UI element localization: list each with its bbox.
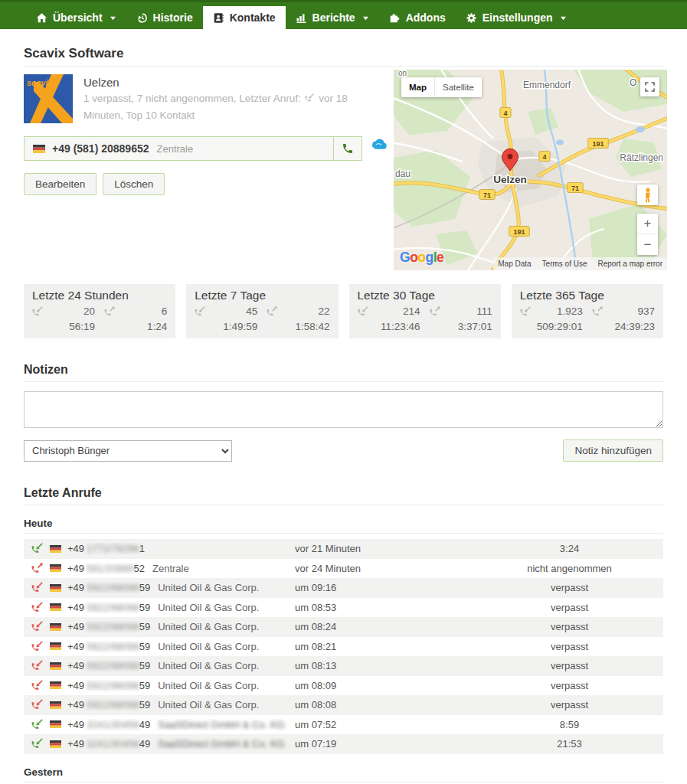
nav-item-uebersicht[interactable]: Übersicht <box>26 6 126 29</box>
map-label-emmendorf: Emmendorf <box>523 80 571 90</box>
map-type-satellite-button[interactable]: Satellite <box>434 77 482 97</box>
map-canvas: 441917171191 Emmendorf Rätzlingen dau on… <box>394 70 667 270</box>
incoming-call-icon <box>24 738 50 750</box>
stat-box-3: Letzte 365 Tage1.923937509:29:0124:39:23 <box>512 284 663 338</box>
call-row: +495922/9809859United Oil & Gas Corp.um … <box>24 598 663 618</box>
svg-text:scavix®: scavix® <box>27 78 60 87</box>
call-time: um 08:53 <box>295 602 476 613</box>
contact-details: scavix® Uelzen 1 verpasst, 7 nicht angen… <box>24 68 394 270</box>
call-row: +495922/9809859United Oil & Gas Corp.um … <box>24 578 663 598</box>
masked-digits: 5922/98098 <box>87 602 139 613</box>
notes-title: Notizen <box>24 363 663 382</box>
incoming-call-icon <box>24 543 50 554</box>
outgoing-duration: 1:24 <box>118 321 167 332</box>
german-flag-icon <box>50 642 61 650</box>
edit-button[interactable]: Bearbeiten <box>24 173 97 195</box>
salesforce-icon[interactable] <box>368 136 389 151</box>
masked-digits: 5922/98098 <box>87 699 139 710</box>
call-row: +495922/9809859United Oil & Gas Corp.um … <box>24 656 663 676</box>
chart-icon <box>296 12 307 24</box>
outgoing-duration: 3:37:01 <box>443 321 492 332</box>
missed-call-icon <box>24 641 50 652</box>
yesterday-heading: Gestern <box>24 766 663 782</box>
incoming-count: 20 <box>46 305 95 317</box>
map-zoom-control: + − <box>637 214 658 255</box>
zoom-out-button[interactable]: − <box>637 234 658 255</box>
incoming-call-icon <box>520 306 534 317</box>
call-result: verpasst <box>476 660 663 671</box>
german-flag-icon <box>50 584 61 592</box>
incoming-call-icon <box>305 92 314 108</box>
call-time: um 07:19 <box>295 738 476 750</box>
svg-text:4: 4 <box>503 109 507 117</box>
map-label-uelzen: Uelzen <box>493 174 527 185</box>
zoom-in-button[interactable]: + <box>637 214 658 234</box>
incoming-call-icon <box>195 306 208 317</box>
nav-item-kontakte[interactable]: Kontakte <box>203 6 286 29</box>
call-contact-name: United Oil & Gas Corp. <box>158 621 259 632</box>
delete-button[interactable]: Löschen <box>103 173 165 195</box>
phone-number-label: Zentrale <box>157 143 194 155</box>
call-row: +493241/3045649SaaSDirect GmbH & Co. KGu… <box>24 734 663 754</box>
call-contact-name: United Oil & Gas Corp. <box>158 680 259 691</box>
german-flag-icon <box>50 662 61 670</box>
call-number: +493241/3045649SaaSDirect GmbH & Co. KG <box>50 719 295 730</box>
caret-down-icon <box>560 15 567 21</box>
note-textarea[interactable] <box>24 391 663 428</box>
incoming-duration: 1:49:59 <box>208 321 257 332</box>
masked-digits: 1772/78296 <box>87 543 139 554</box>
call-number: +495922/9809859United Oil & Gas Corp. <box>50 582 295 593</box>
call-button[interactable] <box>333 137 361 160</box>
map-label-partial-topleft: on <box>398 70 407 77</box>
call-result: 21:53 <box>476 738 663 750</box>
stat-title: Letzte 24 Stunden <box>32 289 167 302</box>
map-type-map-button[interactable]: Map <box>401 77 434 97</box>
fullscreen-button[interactable] <box>640 77 659 96</box>
call-time: um 09:16 <box>295 582 476 593</box>
call-number: +495922/9809859United Oil & Gas Corp. <box>50 641 295 652</box>
page-title: Scavix Software <box>24 46 663 67</box>
report-error-link[interactable]: Report a map error <box>598 260 662 268</box>
call-row: +49591/2088952Zentralevor 24 Minutennich… <box>24 559 663 579</box>
map-label-partial-west: dau <box>395 168 411 179</box>
incoming-call-icon <box>358 306 371 317</box>
outgoing-call-icon <box>420 306 443 317</box>
google-logo[interactable]: Google <box>400 250 443 266</box>
german-flag-icon <box>50 545 61 553</box>
incoming-duration: 11:23:46 <box>371 321 420 332</box>
call-time: um 08:13 <box>295 660 476 671</box>
missed-call-icon <box>24 602 50 613</box>
contacts-icon <box>213 12 224 24</box>
outgoing-count: 6 <box>118 305 167 317</box>
recent-calls-title: Letzte Anrufe <box>24 486 663 505</box>
caret-down-icon <box>110 15 116 21</box>
call-contact-name: United Oil & Gas Corp. <box>158 660 259 671</box>
incoming-call-icon <box>24 719 50 730</box>
outgoing-call-icon <box>583 306 606 317</box>
masked-digits: 5922/98098 <box>87 621 139 632</box>
nav-item-berichte[interactable]: Berichte <box>286 6 379 29</box>
terms-link[interactable]: Terms of Use <box>542 260 587 268</box>
call-contact-name: Zentrale <box>152 563 189 574</box>
nav-item-historie[interactable]: Historie <box>126 6 203 29</box>
call-time: um 08:21 <box>295 641 476 652</box>
nav-item-addons[interactable]: Addons <box>379 6 456 29</box>
german-flag-icon <box>33 145 45 153</box>
stat-box-2: Letzte 30 Tage21411111:23:463:37:01 <box>349 284 501 338</box>
pegman-icon[interactable] <box>637 185 658 205</box>
german-flag-icon <box>50 720 61 728</box>
author-select[interactable]: Christoph Bünger <box>24 440 232 462</box>
google-map[interactable]: 441917171191 Emmendorf Rätzlingen dau on… <box>394 70 667 270</box>
map-data-link[interactable]: Map Data <box>498 260 531 268</box>
german-flag-icon <box>50 701 61 709</box>
gear-icon <box>466 12 477 24</box>
call-time: um 07:52 <box>295 719 476 730</box>
top-nav: ÜbersichtHistorieKontakteBerichteAddonsE… <box>0 0 687 29</box>
map-label-partial-topright: O <box>630 77 636 88</box>
nav-item-einstellungen[interactable]: Einstellungen <box>456 6 577 29</box>
stat-box-1: Letzte 7 Tage45221:49:591:58:42 <box>186 284 338 338</box>
map-type-control: Map Satellite <box>401 77 482 97</box>
call-contact-name: United Oil & Gas Corp. <box>158 582 259 593</box>
stat-title: Letzte 30 Tage <box>358 289 492 302</box>
add-note-button[interactable]: Notiz hinzufügen <box>563 439 663 462</box>
